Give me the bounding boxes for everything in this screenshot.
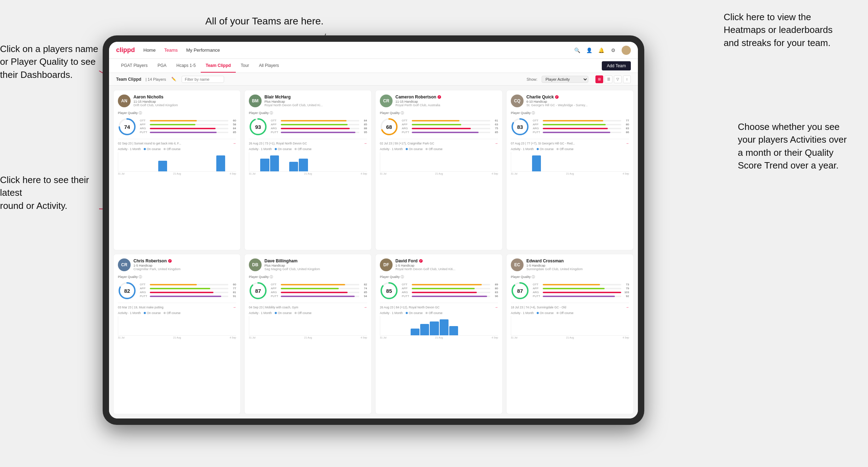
edit-icon[interactable]: ✏️ bbox=[170, 76, 177, 83]
settings-icon[interactable]: ⚙ bbox=[610, 47, 617, 54]
latest-round[interactable]: 18 Jul 23 | 74 (+4), Sunningdale GC - Ol… bbox=[511, 303, 629, 309]
chart-label: 21 Aug bbox=[173, 172, 181, 175]
quality-section[interactable]: 82 OTT 60 APP 77 ARG bbox=[118, 281, 236, 300]
show-select[interactable]: Player Activity Quality Score Trend bbox=[542, 76, 588, 83]
off-course-legend bbox=[164, 148, 166, 150]
stat-label: ARG bbox=[402, 291, 410, 294]
latest-round[interactable]: 26 Aug 23 | 73 (+1), Royal North Devon G… bbox=[249, 139, 367, 145]
quality-section[interactable]: 74 OTT 60 APP 58 ARG bbox=[118, 118, 236, 136]
round-arrow[interactable]: → bbox=[233, 141, 236, 145]
latest-round[interactable]: 03 Mar 23 | 19, Must make putting → bbox=[118, 303, 236, 309]
add-team-button[interactable]: Add Team bbox=[602, 61, 631, 70]
quality-section[interactable]: 87 OTT 73 APP 79 ARG bbox=[511, 281, 629, 300]
tab-all-players[interactable]: All Players bbox=[254, 59, 284, 73]
quality-section[interactable]: 87 OTT 82 APP 74 ARG bbox=[249, 281, 367, 300]
stat-value: 91 bbox=[230, 295, 236, 298]
stat-value: 83 bbox=[492, 291, 498, 294]
chart-area bbox=[511, 152, 629, 172]
player-quality-circle[interactable]: 68 bbox=[380, 118, 398, 136]
filter-view-button[interactable]: ▽ bbox=[614, 75, 622, 83]
player-name[interactable]: Charlie Quick✓ bbox=[526, 95, 629, 99]
sort-view-button[interactable]: ↕ bbox=[623, 75, 631, 83]
player-name[interactable]: Dave Billingham bbox=[264, 258, 367, 263]
round-arrow[interactable]: → bbox=[495, 141, 498, 145]
chart-bar bbox=[440, 319, 449, 335]
nav-home[interactable]: Home bbox=[143, 47, 156, 53]
tab-pgat-players[interactable]: PGAT Players bbox=[116, 59, 153, 73]
player-quality-circle[interactable]: 83 bbox=[511, 118, 529, 136]
player-name[interactable]: Blair McHarg bbox=[264, 95, 367, 99]
stat-label: ARG bbox=[533, 291, 541, 294]
stat-row-ott: OTT 77 bbox=[533, 119, 629, 122]
player-quality-circle[interactable]: 74 bbox=[118, 118, 136, 136]
player-name[interactable]: Cameron Robertson✓ bbox=[395, 95, 498, 99]
list-view-button[interactable]: ☰ bbox=[605, 75, 612, 83]
stat-bars: OTT 84 APP 85 ARG 88 PU bbox=[271, 119, 367, 135]
round-arrow[interactable]: → bbox=[364, 305, 367, 309]
stat-bar-bg bbox=[150, 128, 228, 129]
player-card[interactable]: CQ Charlie Quick✓ 6-10 Handicap St. Geor… bbox=[506, 90, 634, 250]
on-course-label: On course bbox=[409, 147, 423, 151]
bell-icon[interactable]: 🔔 bbox=[598, 47, 605, 54]
stat-bar-bg bbox=[150, 284, 228, 285]
latest-round[interactable]: 26 Aug 23 | 84 (+12), Royal North Devon … bbox=[380, 303, 498, 309]
latest-round[interactable]: 02 Jul 23 | 59 (+17), Craigmillar Park G… bbox=[380, 139, 498, 145]
filter-input[interactable] bbox=[182, 76, 224, 83]
nav-teams[interactable]: Teams bbox=[164, 47, 178, 53]
profile-icon[interactable]: 👤 bbox=[586, 47, 593, 54]
player-avatar: CR bbox=[380, 95, 393, 107]
round-arrow[interactable]: → bbox=[233, 305, 236, 309]
stat-bar-fill bbox=[543, 124, 606, 125]
quality-section[interactable]: 83 OTT 77 APP 80 ARG bbox=[511, 118, 629, 136]
off-course-label: Off course bbox=[298, 311, 312, 315]
stat-row-ott: OTT 82 bbox=[271, 283, 367, 286]
latest-round[interactable]: 04 Sep 23 | Mobility with coach, Gym → bbox=[249, 303, 367, 309]
player-card[interactable]: DF David Ford✓ 1-5 Handicap Royal North … bbox=[375, 254, 503, 414]
tab-tour[interactable]: Tour bbox=[236, 59, 254, 73]
player-quality-circle[interactable]: 87 bbox=[249, 281, 267, 300]
player-name[interactable]: Edward Crossman bbox=[526, 258, 629, 263]
player-avatar: DF bbox=[380, 258, 393, 271]
player-quality-circle[interactable]: 85 bbox=[380, 281, 398, 300]
stat-bar-bg bbox=[543, 296, 621, 297]
quality-section[interactable]: 68 OTT 61 APP 63 ARG bbox=[380, 118, 498, 136]
player-card[interactable]: DB Dave Billingham Plus Handicap Sag Mag… bbox=[244, 254, 372, 414]
nav-my-performance[interactable]: My Performance bbox=[186, 47, 220, 53]
player-card[interactable]: EC Edward Crossman 1-5 Handicap Sunningd… bbox=[506, 254, 634, 414]
team-name: Team Clippd bbox=[116, 77, 141, 82]
round-arrow[interactable]: → bbox=[626, 305, 629, 309]
off-course-label: Off course bbox=[167, 147, 181, 151]
player-card[interactable]: AN Aaron Nicholls 11-15 Handicap Drift G… bbox=[113, 90, 241, 250]
tab-pga[interactable]: PGA bbox=[153, 59, 171, 73]
latest-round[interactable]: 02 Sep 23 | Sunset round to get back int… bbox=[118, 139, 236, 145]
latest-round[interactable]: 07 Aug 23 | 77 (+7), St George's Hill GC… bbox=[511, 139, 629, 145]
player-quality-circle[interactable]: 82 bbox=[118, 281, 136, 300]
player-club: Royal Perth Golf Club, Australia bbox=[395, 103, 498, 107]
stat-label: OTT bbox=[271, 283, 279, 286]
player-quality-circle[interactable]: 87 bbox=[511, 281, 529, 300]
subnav: PGAT Players PGA Hcaps 1-5 Team Clippd T… bbox=[109, 59, 638, 73]
player-name[interactable]: Aaron Nicholls bbox=[133, 95, 236, 99]
round-arrow[interactable]: → bbox=[626, 141, 629, 145]
stat-value: 80 bbox=[623, 123, 629, 126]
activity-section: Activity · 1 Month On course Off course … bbox=[380, 147, 498, 175]
grid-view-button[interactable]: ⊞ bbox=[595, 75, 603, 83]
player-card[interactable]: CR Chris Robertson✓ 1-5 Handicap Craigmi… bbox=[113, 254, 241, 414]
round-arrow[interactable]: → bbox=[364, 141, 367, 145]
tab-hcaps[interactable]: Hcaps 1-5 bbox=[171, 59, 201, 73]
player-card[interactable]: BM Blair McHarg Plus Handicap Royal Nort… bbox=[244, 90, 372, 250]
quality-section[interactable]: 85 OTT 89 APP 80 ARG bbox=[380, 281, 498, 300]
stat-label: APP bbox=[402, 287, 410, 290]
quality-section[interactable]: 93 OTT 84 APP 85 ARG bbox=[249, 118, 367, 136]
search-icon[interactable]: 🔍 bbox=[573, 47, 581, 54]
player-quality-circle[interactable]: 93 bbox=[249, 118, 267, 136]
user-avatar[interactable] bbox=[622, 46, 631, 55]
chart-label: 31 Jul bbox=[249, 336, 256, 339]
round-arrow[interactable]: → bbox=[495, 305, 498, 309]
activity-label: Activity · 1 Month On course Off course bbox=[118, 147, 236, 151]
tab-team-clippd[interactable]: Team Clippd bbox=[201, 59, 236, 73]
player-name[interactable]: Chris Robertson✓ bbox=[133, 258, 236, 263]
player-name[interactable]: David Ford✓ bbox=[395, 258, 498, 263]
stat-bar-fill bbox=[150, 296, 221, 297]
player-card[interactable]: CR Cameron Robertson✓ 11-15 Handicap Roy… bbox=[375, 90, 503, 250]
